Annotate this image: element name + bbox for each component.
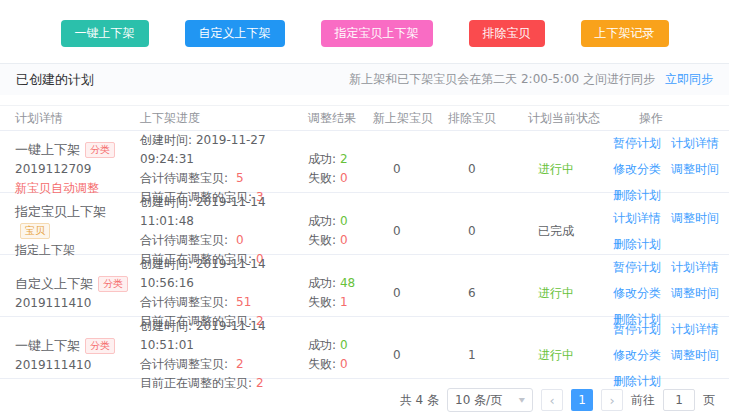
action-link[interactable]: 删除计划 [613,372,661,391]
actions-cell: 计划详情 调整时间 删除计划 [613,209,725,254]
action-link[interactable]: 暂停计划 [613,134,661,153]
table-row: 一键上下架分类 2019112709 新宝贝自动调整 创建时间: 2019-11… [0,131,729,193]
pending-label: 合计待调整宝贝: [140,295,228,309]
next-page-button[interactable]: › [601,389,623,411]
result-cell: 成功: 0 失败: 0 [308,336,373,374]
result-cell: 成功: 48 失败: 1 [308,274,373,312]
fail-label: 失败: [308,295,336,309]
success-label: 成功: [308,276,336,290]
fail-label: 失败: [308,233,336,247]
sync-area: 新上架和已下架宝贝会在第二天 2:00-5:00 之间进行同步 立即同步 [349,71,713,88]
action-link[interactable]: 删除计划 [613,235,661,254]
fail-label: 失败: [308,357,336,371]
page-1-button[interactable]: 1 [571,389,593,411]
chevron-left-icon: ‹ [549,393,554,408]
listing-records-button[interactable]: 上下架记录 [581,20,669,47]
col-header-plan-detail: 计划详情 [15,110,140,127]
plans-table: 计划详情 上下架进度 调整结果 新上架宝贝 排除宝贝 计划当前状态 操作 一键上… [0,105,729,379]
action-link[interactable]: 调整时间 [671,160,719,179]
pending-value: 51 [236,295,251,309]
status-cell: 进行中 [528,284,613,303]
action-link[interactable]: 计划详情 [671,258,719,277]
chevron-down-icon: ▼ [519,396,525,403]
new-items-cell: 0 [373,284,448,303]
plan-tag: 分类 [85,142,115,158]
plan-id: 2019111410 [15,294,140,313]
status-cell: 进行中 [528,346,613,365]
status-cell: 已完成 [528,222,613,241]
result-cell: 成功: 0 失败: 0 [308,212,373,250]
plan-tag: 分类 [98,276,128,292]
plan-detail-cell: 自定义上下架分类 2019111410 [15,274,140,313]
action-link[interactable]: 调整时间 [671,346,719,365]
one-key-listing-button[interactable]: 一键上下架 [61,20,149,47]
success-label: 成功: [308,338,336,352]
pending-value: 5 [236,171,244,185]
action-link[interactable]: 暂停计划 [613,258,661,277]
actions-cell: 暂停计划 计划详情 修改分类 调整时间 删除计划 [613,258,725,329]
excluded-cell: 1 [448,346,528,365]
col-header-new-items: 新上架宝贝 [373,110,448,127]
excluded-cell: 0 [448,222,528,241]
sync-now-link[interactable]: 立即同步 [665,71,713,88]
assigned-item-listing-button[interactable]: 指定宝贝上下架 [321,20,433,47]
plan-detail-cell: 一键上下架分类 2019112709 新宝贝自动调整 [15,140,140,198]
table-row: 一键上下架分类 2019111410 创建时间: 2019-11-14 10:5… [0,317,729,379]
actions-cell: 暂停计划 计划详情 修改分类 调整时间 删除计划 [613,134,725,205]
custom-listing-button[interactable]: 自定义上下架 [185,20,285,47]
page-size-select[interactable]: 10 条/页 ▼ [447,388,533,412]
fail-value: 0 [340,357,348,371]
table-header-row: 计划详情 上下架进度 调整结果 新上架宝贝 排除宝贝 计划当前状态 操作 [0,105,729,131]
total-count: 共 4 条 [400,392,439,409]
col-header-status: 计划当前状态 [528,110,613,127]
plan-id: 2019112709 [15,160,140,179]
pending-value: 0 [236,233,244,247]
excluded-cell: 6 [448,284,528,303]
action-link[interactable]: 暂停计划 [613,320,661,339]
action-link[interactable]: 调整时间 [671,284,719,303]
created-label: 创建时间: [140,195,192,209]
plan-title: 指定宝贝上下架 [15,204,106,219]
success-value: 0 [340,214,348,228]
action-link[interactable]: 修改分类 [613,284,661,303]
plan-title: 一键上下架 [15,338,80,353]
fail-label: 失败: [308,171,336,185]
action-link[interactable]: 计划详情 [613,209,661,228]
new-items-cell: 0 [373,222,448,241]
exclude-items-button[interactable]: 排除宝贝 [469,20,545,47]
action-link[interactable]: 修改分类 [613,346,661,365]
action-link[interactable]: 修改分类 [613,160,661,179]
pending-label: 合计待调整宝贝: [140,357,228,371]
plan-id: 指定上下架 [15,241,140,260]
action-link[interactable]: 删除计划 [613,186,661,205]
plan-detail-cell: 指定宝贝上下架宝贝 指定上下架 [15,202,140,260]
action-link[interactable]: 计划详情 [671,320,719,339]
success-value: 0 [340,338,348,352]
plan-tag: 分类 [85,338,115,354]
action-link[interactable]: 调整时间 [671,209,719,228]
success-value: 48 [340,276,355,290]
plan-id: 2019111410 [15,356,140,375]
panel-header: 已创建的计划 新上架和已下架宝贝会在第二天 2:00-5:00 之间进行同步 立… [0,63,729,95]
action-link[interactable]: 计划详情 [671,134,719,153]
toolbar: 一键上下架 自定义上下架 指定宝贝上下架 排除宝贝 上下架记录 [0,0,729,63]
created-label: 创建时间: [140,133,192,147]
new-items-cell: 0 [373,346,448,365]
plan-note: 新宝贝自动调整 [15,179,140,198]
progress-cell: 创建时间: 2019-11-14 10:51:01 合计待调整宝贝:2 目前正在… [140,317,308,393]
goto-page-input[interactable] [663,389,695,411]
actions-cell: 暂停计划 计划详情 修改分类 调整时间 删除计划 [613,320,725,391]
prev-page-button[interactable]: ‹ [541,389,563,411]
excluded-cell: 0 [448,160,528,179]
success-label: 成功: [308,152,336,166]
pending-value: 2 [236,357,244,371]
adjusting-label: 目前正在调整的宝贝: [140,376,252,390]
status-cell: 进行中 [528,160,613,179]
plan-title: 自定义上下架 [15,276,93,291]
plan-detail-cell: 一键上下架分类 2019111410 [15,336,140,375]
pending-label: 合计待调整宝贝: [140,171,228,185]
panel-title: 已创建的计划 [16,71,94,89]
col-header-actions: 操作 [613,110,729,127]
col-header-progress: 上下架进度 [140,110,308,127]
plan-tag: 宝贝 [20,223,50,239]
